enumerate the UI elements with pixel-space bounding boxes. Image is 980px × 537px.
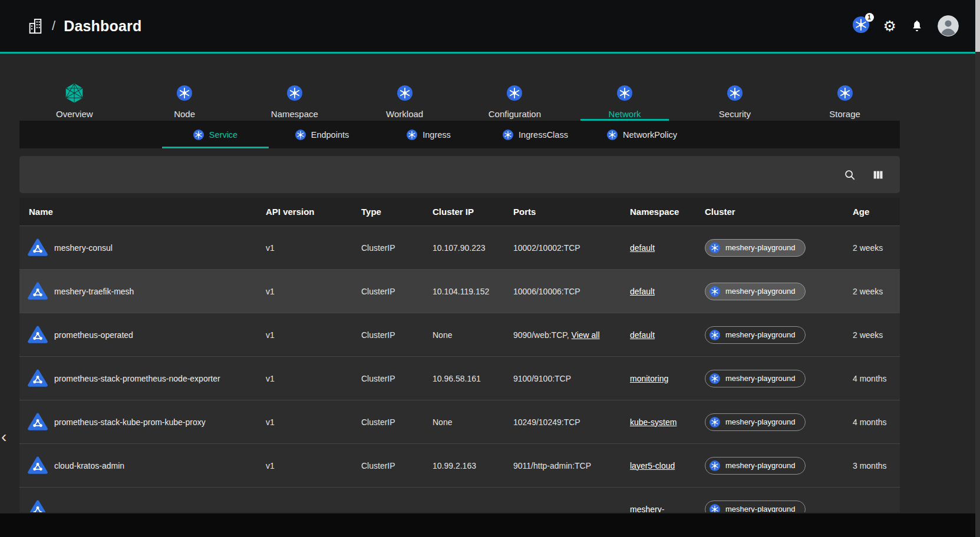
service-name: meshery-consul: [54, 243, 113, 253]
subtab-networkpolicy[interactable]: NetworkPolicy: [589, 121, 695, 148]
tab-overview[interactable]: Overview: [19, 77, 130, 121]
view-columns-icon[interactable]: [872, 168, 885, 181]
tab-label: Overview: [56, 109, 93, 119]
namespace-link[interactable]: meshery-: [630, 505, 664, 513]
subtab-label: NetworkPolicy: [623, 130, 677, 140]
tab-network[interactable]: Network: [570, 77, 680, 121]
column-header-name[interactable]: Name: [19, 207, 266, 217]
kubernetes-cluster-icon[interactable]: 1: [853, 16, 869, 35]
tab-configuration[interactable]: Configuration: [460, 77, 570, 121]
tab-node[interactable]: Node: [130, 77, 240, 121]
cluster-chip[interactable]: meshery-playground: [705, 326, 806, 344]
table-row[interactable]: meshery-traefik-meshv1ClusterIP10.104.11…: [19, 269, 900, 313]
namespace-link[interactable]: default: [630, 330, 655, 340]
tab-namespace[interactable]: Namespace: [240, 77, 350, 121]
search-icon[interactable]: [843, 168, 856, 181]
service-name: prometheus-operated: [54, 330, 133, 340]
kubernetes-icon: [727, 85, 743, 101]
tab-label: Security: [719, 109, 751, 119]
tab-storage[interactable]: Storage: [790, 77, 900, 121]
scrollbar-track[interactable]: [975, 0, 980, 537]
user-avatar[interactable]: [938, 15, 959, 37]
kubernetes-icon: [177, 85, 192, 101]
table-body: meshery-consulv1ClusterIP10.107.90.22310…: [19, 226, 900, 512]
cluster-count-badge: 1: [865, 13, 874, 22]
view-all-link[interactable]: View all: [572, 330, 600, 340]
table-row[interactable]: prometheus-stack-prometheus-node-exporte…: [19, 356, 900, 400]
breadcrumb: / Dashboard: [27, 17, 142, 35]
service-resource-icon: [27, 369, 48, 388]
kubernetes-icon: [710, 460, 720, 471]
service-resource-icon: [27, 281, 48, 301]
api-version: v1: [266, 243, 361, 253]
service-resource-icon: [27, 325, 48, 344]
scrollbar-thumb[interactable]: [975, 0, 980, 52]
service-resource-icon: [27, 238, 48, 257]
tab-label: Network: [609, 109, 641, 119]
column-header-api-version[interactable]: API version: [266, 207, 361, 217]
column-header-age[interactable]: Age: [853, 207, 900, 217]
gear-icon[interactable]: ⚙: [883, 19, 896, 34]
table-row[interactable]: prometheus-operatedv1ClusterIPNone9090/w…: [19, 313, 900, 356]
cluster-chip[interactable]: meshery-playground: [705, 283, 806, 300]
service-resource-icon: [27, 499, 48, 512]
cluster-ip: 10.99.2.163: [433, 461, 513, 470]
namespace-link[interactable]: default: [630, 243, 655, 253]
subtab-ingressclass[interactable]: IngressClass: [482, 121, 589, 148]
column-header-namespace[interactable]: Namespace: [630, 207, 705, 217]
column-header-ports[interactable]: Ports: [513, 207, 630, 217]
tab-label: Namespace: [271, 109, 318, 119]
cluster-chip[interactable]: meshery-playground: [705, 500, 806, 513]
table-row[interactable]: cloud-kratos-adminv1ClusterIP10.99.2.163…: [19, 443, 900, 487]
namespace-link[interactable]: monitoring: [630, 374, 668, 383]
table-row[interactable]: prometheus-stack-kube-prom-kube-proxyv1C…: [19, 400, 900, 443]
cluster-ip: 10.96.58.161: [433, 374, 513, 383]
subtab-ingress[interactable]: Ingress: [375, 121, 482, 148]
kubernetes-icon: [710, 373, 720, 384]
tab-security[interactable]: Security: [680, 77, 790, 121]
services-table: NameAPI versionTypeCluster IPPortsNamesp…: [19, 198, 900, 512]
kubernetes-icon: [710, 504, 720, 513]
service-resource-icon: [27, 412, 48, 432]
tab-workload[interactable]: Workload: [349, 77, 460, 121]
column-header-cluster-ip[interactable]: Cluster IP: [433, 207, 513, 217]
subtab-label: IngressClass: [519, 130, 568, 140]
ports: 9090/web:TCP, View all: [513, 330, 630, 340]
kubernetes-icon: [607, 130, 618, 140]
namespace-link[interactable]: default: [630, 287, 655, 296]
resource-tabs: OverviewNodeNamespaceWorkloadConfigurati…: [19, 77, 900, 121]
organization-building-icon[interactable]: [27, 17, 44, 35]
service-type: ClusterIP: [361, 461, 433, 470]
cluster-chip[interactable]: meshery-playground: [705, 370, 806, 387]
column-header-cluster[interactable]: Cluster: [705, 207, 853, 217]
column-header-type[interactable]: Type: [361, 207, 433, 217]
kubernetes-icon: [837, 85, 853, 101]
tab-label: Configuration: [489, 109, 541, 119]
subtab-label: Endpoints: [311, 130, 349, 140]
ports: 10249/10249:TCP: [513, 417, 630, 427]
service-type: ClusterIP: [361, 330, 433, 340]
subtab-label: Service: [209, 130, 237, 140]
service-name: cloud-kratos-admin: [54, 461, 124, 470]
table-row[interactable]: meshery-meshery-playground: [19, 487, 900, 512]
ports: 9100/9100:TCP: [513, 374, 630, 383]
age: 2 weeks: [853, 287, 900, 296]
tab-label: Node: [174, 109, 195, 119]
age: 4 months: [853, 374, 900, 383]
subtab-endpoints[interactable]: Endpoints: [269, 121, 375, 148]
cluster-chip[interactable]: meshery-playground: [705, 413, 806, 431]
main-content: OverviewNodeNamespaceWorkloadConfigurati…: [19, 77, 900, 512]
namespace-link[interactable]: layer5-cloud: [630, 461, 675, 470]
namespace-link[interactable]: kube-system: [630, 417, 677, 427]
api-version: v1: [266, 374, 361, 383]
table-row[interactable]: meshery-consulv1ClusterIP10.107.90.22310…: [19, 226, 900, 269]
subtab-service[interactable]: Service: [162, 121, 269, 148]
collapse-drawer-chevron[interactable]: ‹: [1, 429, 6, 445]
cluster-chip[interactable]: meshery-playground: [705, 239, 806, 257]
cluster-name: meshery-playground: [725, 461, 796, 470]
table-header: NameAPI versionTypeCluster IPPortsNamesp…: [19, 198, 900, 226]
bell-icon[interactable]: [910, 19, 923, 32]
page-title: Dashboard: [64, 18, 141, 35]
cluster-chip[interactable]: meshery-playground: [705, 457, 806, 475]
cluster-name: meshery-playground: [725, 505, 796, 512]
